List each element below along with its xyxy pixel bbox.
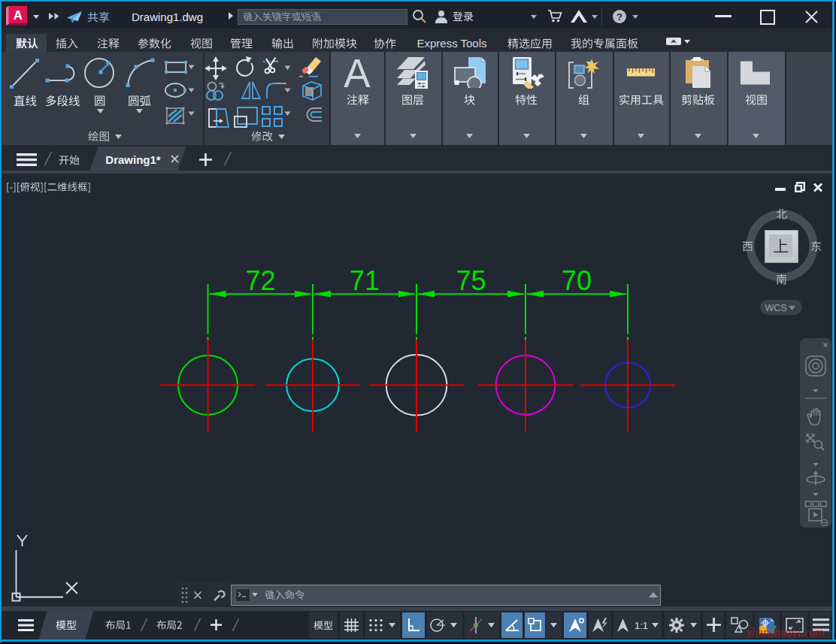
svg-text:75: 75 [456, 265, 486, 296]
svg-text:70: 70 [562, 265, 592, 296]
svg-text:71: 71 [350, 265, 380, 296]
svg-text:72: 72 [245, 265, 275, 296]
